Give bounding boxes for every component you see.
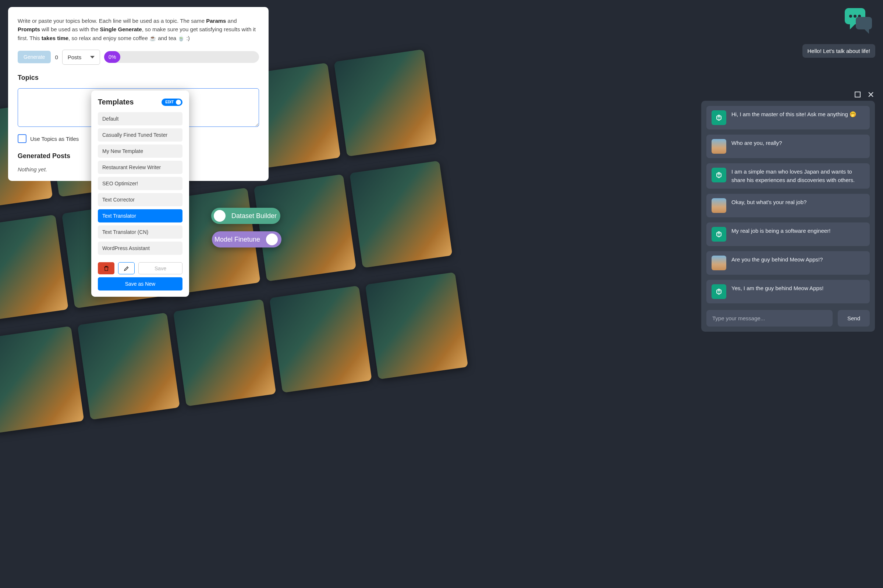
use-topics-as-titles-label: Use Topics as Titles [30,135,79,143]
dataset-builder-pill[interactable]: Dataset Builder [211,208,280,224]
bulk-description: Write or paste your topics below. Each l… [18,16,259,42]
template-item[interactable]: Restaurant Review Writer [98,161,182,174]
chat-message-text: My real job is being a software engineer… [731,227,830,242]
post-type-value: Posts [68,53,82,62]
maximize-button[interactable] [854,90,862,99]
template-item[interactable]: Text Translator (CN) [98,225,182,238]
ai-avatar [712,110,726,125]
save-as-new-button[interactable]: Save as New [98,277,182,291]
template-item[interactable]: Casually Fined Tuned Tester [98,128,182,142]
template-item[interactable]: Default [98,112,182,125]
send-button[interactable]: Send [838,310,870,327]
chevron-down-icon [90,56,95,58]
pill-dot-icon [214,210,225,222]
ai-avatar [712,227,726,242]
model-finetune-pill[interactable]: Model Finetune [212,231,281,248]
chat-logo-icon [843,7,873,35]
templates-panel: Templates EDIT DefaultCasually Fined Tun… [91,90,189,297]
close-icon [867,91,874,98]
bulk-toolbar: Generate 0 Posts 0% [18,50,259,65]
chat-message-text: Who are you, really? [731,139,782,154]
ai-avatar [712,168,726,182]
chat-message-text: Are you the guy behind Meow Apps!? [731,256,823,270]
rename-template-button[interactable] [118,262,135,274]
close-button[interactable] [867,90,875,99]
dataset-builder-label: Dataset Builder [231,212,277,220]
progress-bar: 0% [104,51,259,63]
checkbox-icon [18,134,27,143]
chat-message: My real job is being a software engineer… [706,222,870,246]
generate-count: 0 [55,53,58,62]
template-item[interactable]: Text Corrector [98,193,182,206]
chat-message-text: I am a simple man who loves Japan and wa… [731,168,865,184]
svg-rect-4 [856,17,872,29]
generate-button[interactable]: Generate [18,51,51,63]
pill-dot-icon [266,234,278,245]
openai-icon [714,170,724,180]
templates-list: DefaultCasually Fined Tuned TesterMy New… [98,112,182,255]
user-avatar [712,198,726,213]
template-item[interactable]: My New Template [98,144,182,158]
topics-heading: Topics [18,73,259,83]
svg-point-2 [854,15,856,18]
chat-message-text: Hi, I am the master of this site! Ask me… [731,110,856,125]
hello-bubble: Hello! Let's talk about life! [802,44,875,58]
template-item[interactable]: SEO Optimizer! [98,177,182,190]
chat-message-text: Okay, but what's your real job? [731,198,806,213]
chat-message: I am a simple man who loves Japan and wa… [706,163,870,189]
chat-messages: Hi, I am the master of this site! Ask me… [706,106,870,303]
templates-heading: Templates [98,98,134,106]
pencil-icon [123,265,130,272]
toggle-knob-icon [176,100,181,105]
progress-value: 0% [104,51,120,63]
openai-icon [714,287,724,296]
edit-toggle[interactable]: EDIT [162,99,182,106]
post-type-select[interactable]: Posts [62,50,101,65]
edit-toggle-label: EDIT [165,100,174,104]
template-item[interactable]: Text Translator [98,209,182,222]
maximize-icon [854,91,861,98]
ai-avatar [712,284,726,299]
user-avatar [712,139,726,154]
delete-template-button[interactable] [98,262,114,274]
chat-message: Yes, I am the guy behind Meow Apps! [706,280,870,303]
openai-icon [714,113,724,123]
chat-message: Are you the guy behind Meow Apps!? [706,251,870,275]
chat-message-text: Yes, I am the guy behind Meow Apps! [731,284,823,299]
model-finetune-label: Model Finetune [215,236,260,243]
trash-icon [103,265,110,272]
chat-message: Who are you, really? [706,135,870,158]
chat-message: Okay, but what's your real job? [706,194,870,218]
svg-rect-5 [855,92,860,97]
chat-input[interactable] [706,310,833,327]
chat-message: Hi, I am the master of this site! Ask me… [706,106,870,129]
svg-point-1 [849,15,852,18]
template-item[interactable]: WordPress Assistant [98,242,182,255]
openai-icon [714,230,724,239]
save-template-button[interactable]: Save [138,262,182,274]
chat-window: Hi, I am the master of this site! Ask me… [701,90,875,332]
user-avatar [712,256,726,270]
